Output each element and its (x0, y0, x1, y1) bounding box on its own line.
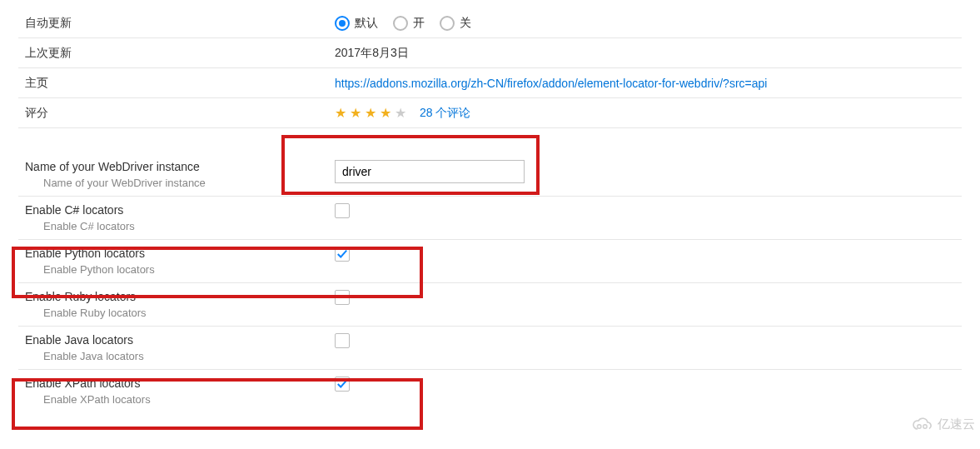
setting-webdriver-name: Name of your WebDriver instance Name of … (18, 153, 962, 197)
rating-stars: ★ ★ ★ ★ ★ (335, 107, 406, 120)
star-icon: ★ (335, 107, 346, 120)
label-last-update: 上次更新 (18, 46, 335, 61)
star-icon: ★ (350, 107, 361, 120)
row-auto-update: 自动更新 默认 开 关 (18, 8, 962, 38)
setting-java: Enable Java locators Enable Java locator… (18, 327, 962, 370)
radio-off[interactable]: 关 (440, 16, 471, 31)
setting-ruby: Enable Ruby locators Enable Ruby locator… (18, 283, 962, 327)
radio-default-label: 默认 (355, 16, 378, 31)
star-icon: ★ (395, 107, 406, 120)
checkbox-xpath[interactable] (335, 377, 350, 392)
row-homepage: 主页 https://addons.mozilla.org/zh-CN/fire… (18, 68, 962, 98)
row-last-update: 上次更新 2017年8月3日 (18, 38, 962, 68)
checkbox-python[interactable] (335, 247, 350, 262)
setting-title: Enable Java locators (25, 333, 335, 347)
radio-on[interactable]: 开 (393, 16, 425, 31)
label-homepage: 主页 (18, 76, 335, 91)
setting-title: Enable XPath locators (25, 377, 335, 390)
setting-sub: Enable Python locators (25, 263, 335, 276)
setting-title: Enable Python locators (25, 247, 335, 260)
label-auto-update: 自动更新 (18, 16, 335, 31)
star-icon: ★ (380, 107, 391, 120)
setting-csharp: Enable C# locators Enable C# locators (18, 197, 962, 240)
setting-sub: Enable Ruby locators (25, 307, 335, 319)
radio-off-label: 关 (460, 16, 471, 31)
watermark-text: 亿速云 (938, 417, 975, 432)
checkbox-ruby[interactable] (335, 290, 350, 305)
homepage-link[interactable]: https://addons.mozilla.org/zh-CN/firefox… (335, 77, 767, 90)
radio-circle-icon (335, 16, 350, 31)
setting-title: Enable Ruby locators (25, 290, 335, 303)
setting-sub: Enable C# locators (25, 220, 335, 232)
radio-default[interactable]: 默认 (335, 16, 378, 31)
radio-circle-icon (393, 16, 408, 31)
svg-point-1 (923, 424, 927, 427)
checkbox-csharp[interactable] (335, 203, 350, 218)
cloud-icon (911, 417, 934, 432)
watermark: 亿速云 (911, 417, 975, 432)
label-rating: 评分 (18, 106, 335, 121)
reviews-link[interactable]: 28 个评论 (420, 106, 470, 121)
setting-sub: Name of your WebDriver instance (25, 177, 335, 189)
value-last-update: 2017年8月3日 (335, 46, 962, 61)
checkbox-java[interactable] (335, 333, 350, 348)
setting-sub: Enable XPath locators (25, 393, 335, 406)
webdriver-name-input[interactable] (335, 160, 525, 183)
radio-group-auto-update: 默认 开 关 (335, 16, 471, 31)
setting-xpath: Enable XPath locators Enable XPath locat… (18, 370, 962, 412)
setting-sub: Enable Java locators (25, 350, 335, 362)
svg-point-0 (918, 424, 921, 427)
setting-title: Enable C# locators (25, 203, 335, 217)
row-rating: 评分 ★ ★ ★ ★ ★ 28 个评论 (18, 98, 962, 128)
star-icon: ★ (365, 107, 376, 120)
radio-circle-icon (440, 16, 455, 31)
setting-title: Name of your WebDriver instance (25, 160, 335, 173)
setting-python: Enable Python locators Enable Python loc… (18, 240, 962, 283)
radio-on-label: 开 (413, 16, 425, 31)
